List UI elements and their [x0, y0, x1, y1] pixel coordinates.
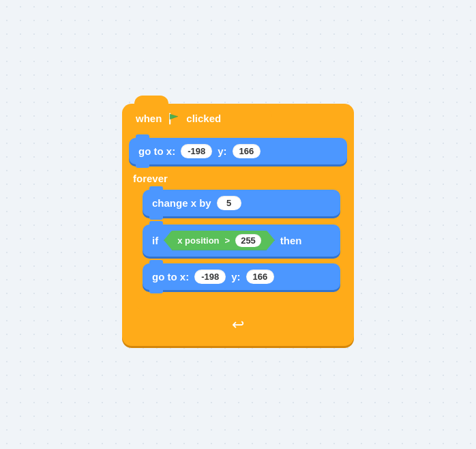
when-label: when: [136, 113, 162, 124]
hat-header: when clicked: [122, 104, 272, 131]
forever-label: forever: [122, 169, 179, 186]
scratch-program: when clicked go to x: -198 y: 166 foreve…: [122, 104, 354, 346]
change-x-label: change x by: [152, 197, 211, 209]
goto-top-label: go to x:: [138, 145, 175, 157]
repeat-arrow-icon: ↩: [122, 310, 354, 336]
then-label: then: [280, 235, 302, 246]
goto-top-x-value[interactable]: -198: [181, 144, 212, 158]
change-x-block[interactable]: change x by 5: [143, 190, 340, 216]
clicked-label: clicked: [186, 113, 221, 124]
green-flag-icon: [167, 112, 181, 126]
goto-inner-y-label: y:: [231, 271, 240, 283]
x-position-label: x position: [177, 235, 219, 246]
change-x-value[interactable]: 5: [217, 196, 241, 210]
goto-top-y-label: y:: [218, 145, 226, 157]
when-clicked-block[interactable]: when clicked go to x: -198 y: 166 foreve…: [122, 104, 354, 346]
condition-pill: x position > 255: [164, 231, 275, 250]
goto-inner-y-value[interactable]: 166: [246, 270, 275, 284]
goto-inner-x-value[interactable]: -198: [194, 270, 226, 284]
goto-inner-block[interactable]: go to x: -198 y: 166: [143, 263, 340, 290]
operator-label: >: [225, 235, 230, 246]
goto-inner-label: go to x:: [152, 271, 189, 283]
goto-top-block[interactable]: go to x: -198 y: 166: [129, 138, 347, 164]
condition-value[interactable]: 255: [235, 234, 261, 247]
if-label: if: [152, 235, 158, 246]
forever-body: change x by 5 if x position > 255 then g…: [136, 186, 347, 310]
if-block[interactable]: if x position > 255 then: [143, 224, 340, 257]
goto-top-y-value[interactable]: 166: [233, 144, 261, 158]
